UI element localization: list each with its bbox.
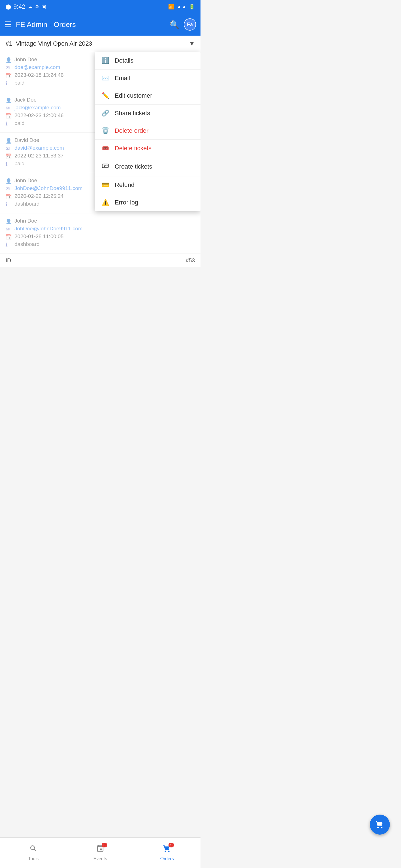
person-icon-2: 👤	[6, 97, 12, 103]
menu-label-edit-customer: Edit customer	[115, 92, 152, 99]
order-name-3: David Doe	[15, 137, 39, 143]
menu-item-details[interactable]: ℹ️ Details	[95, 52, 200, 69]
status-bar: ⬤ 9:42 ☁ ⚙ ▣ 📶 ▲▲ 🔋	[0, 0, 200, 13]
order-name-5: John Doe	[15, 218, 37, 224]
hamburger-menu-button[interactable]: ☰	[4, 20, 11, 29]
order-count-label: #53	[186, 257, 195, 264]
order-status-5: dashboard	[15, 241, 39, 247]
order-email-1: doe@example.com	[15, 64, 60, 70]
calendar-icon-5: 📅	[6, 234, 12, 240]
delete-tickets-icon: 🎟️	[102, 145, 109, 152]
menu-label-create-tickets: Create tickets	[115, 163, 152, 170]
email-icon-3: ✉	[6, 146, 12, 152]
order-item-5[interactable]: 👤 John Doe ✉ JohDoe@JohnDoe9911.com 📅 20…	[0, 213, 200, 254]
menu-item-refund[interactable]: 💳 Refund	[95, 176, 200, 194]
order-status-3: paid	[15, 160, 25, 167]
id-label: ID	[6, 257, 11, 264]
calendar-icon-3: 📅	[6, 153, 12, 159]
calendar-icon-4: 📅	[6, 194, 12, 200]
menu-label-details: Details	[115, 57, 134, 64]
settings-icon: ⚙	[35, 4, 39, 10]
menu-label-error-log: Error log	[115, 199, 138, 206]
avatar[interactable]: Fa	[184, 18, 196, 31]
context-menu: ℹ️ Details ✉️ Email ✏️ Edit customer 🔗 S…	[95, 52, 200, 211]
order-email-4: JohDoe@JohnDoe9911.com	[15, 185, 82, 191]
info-icon-3: ℹ	[6, 161, 12, 167]
chevron-down-icon: ▼	[189, 40, 195, 47]
person-icon-5: 👤	[6, 218, 12, 224]
order-status-4: dashboard	[15, 201, 39, 207]
menu-label-email: Email	[115, 74, 130, 82]
info-circle-icon: ℹ️	[102, 57, 109, 64]
menu-item-create-tickets[interactable]: Create tickets	[95, 157, 200, 176]
app-bar: ☰ FE Admin - Orders 🔍 Fa	[0, 13, 200, 36]
person-icon-3: 👤	[6, 138, 12, 144]
info-icon-1: ℹ	[6, 81, 12, 87]
edit-icon: ✏️	[102, 92, 109, 99]
order-email-2: jack@example.com	[15, 104, 61, 111]
event-selector-label: #1 Vintage Vinyl Open Air 2023	[6, 40, 92, 47]
person-icon-1: 👤	[6, 57, 12, 63]
info-icon-4: ℹ	[6, 202, 12, 208]
email-envelope-icon: ✉️	[102, 74, 109, 82]
menu-icon: ⬤	[6, 4, 11, 10]
menu-label-refund: Refund	[115, 181, 135, 189]
create-tickets-icon	[102, 162, 109, 171]
order-list-footer: ID #53	[0, 254, 200, 267]
order-date-2: 2022-02-23 12:00:46	[15, 113, 63, 119]
status-time: 9:42	[13, 3, 25, 10]
order-name-4: John Doe	[15, 178, 37, 184]
menu-item-share-tickets[interactable]: 🔗 Share tickets	[95, 104, 200, 122]
order-date-4: 2020-02-22 12:25:24	[15, 193, 63, 199]
info-icon-5: ℹ	[6, 242, 12, 248]
info-icon-2: ℹ	[6, 121, 12, 127]
calendar-icon-1: 📅	[6, 72, 12, 79]
person-icon-4: 👤	[6, 178, 12, 184]
warning-icon: ⚠️	[102, 199, 109, 206]
order-name-1: John Doe	[15, 57, 37, 63]
email-icon-1: ✉	[6, 65, 12, 71]
order-name-2: Jack Doe	[15, 97, 36, 103]
order-status-1: paid	[15, 80, 25, 86]
sim-icon: ☁	[28, 4, 33, 10]
menu-label-share-tickets: Share tickets	[115, 110, 150, 117]
order-date-5: 2020-01-28 11:00:05	[15, 234, 63, 240]
order-email-3: david@example.com	[15, 145, 64, 151]
app-bar-title: FE Admin - Orders	[16, 20, 165, 29]
event-selector[interactable]: #1 Vintage Vinyl Open Air 2023 ▼	[0, 36, 200, 52]
calendar-icon-2: 📅	[6, 113, 12, 119]
email-icon-2: ✉	[6, 105, 12, 111]
search-button[interactable]: 🔍	[170, 20, 179, 29]
order-date-3: 2022-02-23 11:53:37	[15, 153, 63, 159]
refund-icon: 💳	[102, 181, 109, 189]
battery-icon: 🔋	[189, 4, 195, 10]
wifi-icon: ▲▲	[176, 4, 187, 10]
menu-label-delete-order: Delete order	[115, 127, 148, 134]
menu-label-delete-tickets: Delete tickets	[115, 145, 151, 152]
delete-order-icon: 🗑️	[102, 127, 109, 134]
notification-icon: ▣	[41, 4, 46, 10]
menu-item-edit-customer[interactable]: ✏️ Edit customer	[95, 87, 200, 104]
menu-item-email[interactable]: ✉️ Email	[95, 69, 200, 87]
signal-icon: 📶	[168, 4, 174, 10]
event-name: Vintage Vinyl Open Air 2023	[16, 40, 92, 47]
menu-item-delete-tickets[interactable]: 🎟️ Delete tickets	[95, 140, 200, 157]
order-date-1: 2023-02-18 13:24:46	[15, 72, 63, 78]
email-icon-4: ✉	[6, 186, 12, 192]
event-prefix: #1	[6, 40, 14, 47]
share-icon: 🔗	[102, 110, 109, 117]
menu-item-delete-order[interactable]: 🗑️ Delete order	[95, 122, 200, 140]
order-status-2: paid	[15, 120, 25, 126]
main-content: 👤 John Doe ✉ doe@example.com 📅 2023-02-1…	[0, 52, 200, 267]
email-icon-5: ✉	[6, 226, 12, 232]
order-email-5: JohDoe@JohnDoe9911.com	[15, 226, 82, 232]
menu-item-error-log[interactable]: ⚠️ Error log	[95, 194, 200, 211]
